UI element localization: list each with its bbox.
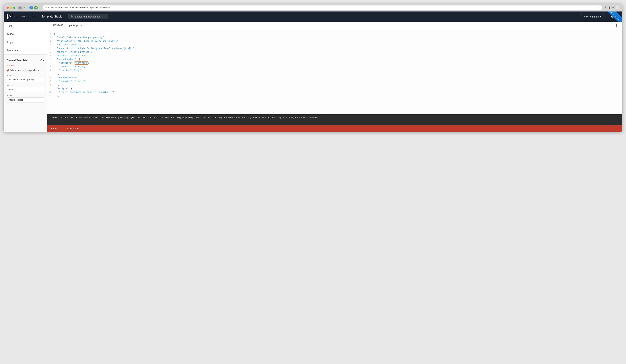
tabs-icon[interactable]: ⬜	[616, 6, 620, 9]
warning-triangle-icon: ⚠	[6, 64, 8, 67]
name-input[interactable]	[6, 77, 44, 82]
version-label: Version	[6, 84, 44, 86]
code-line-6: 6 "author": "Accord Project",	[47, 50, 622, 54]
share-icon[interactable]: ⬆	[608, 6, 611, 9]
navbar: ACCORD PROJECT Template Studio 🔍 Search …	[4, 11, 622, 22]
version-field: Version	[6, 84, 44, 92]
close-button[interactable]	[6, 6, 9, 9]
code-line-18: 18 },	[47, 94, 622, 98]
url-text: templates.accordproject.org/minilatedeli…	[45, 6, 110, 9]
current-template-title: Current Template	[6, 59, 28, 62]
sidebar-nav: Text Model Logic Metadata	[4, 22, 47, 55]
template-type-radio-group: full contract single clause	[6, 69, 44, 72]
minimize-button[interactable]	[10, 6, 12, 9]
more-options-button[interactable]: ⋮	[614, 22, 620, 29]
code-editor[interactable]: 1 { 2 "name": "minilatedeliveryandpenalt…	[47, 29, 622, 114]
code-line-13: 13 "devDependencies": {	[47, 76, 622, 80]
security-icon-2: AP	[34, 6, 38, 9]
download-icon[interactable]: ⬇	[604, 6, 606, 9]
sidebar-item-text[interactable]: Text	[4, 22, 47, 30]
current-template-section: Current Template ⚠ Errors	[4, 55, 47, 108]
maximize-button[interactable]	[13, 6, 15, 9]
code-line-2: 2 "name": "minilatedeliveryandpenalty",	[47, 36, 622, 40]
author-label: Author	[6, 94, 44, 97]
code-line-10: 10 "cicero": "^0.22.0",	[47, 65, 622, 69]
sidebar-item-logic[interactable]: Logic	[4, 38, 47, 46]
code-line-15: 15 },	[47, 83, 622, 87]
name-field: Name	[6, 74, 44, 82]
sidebar: Text Model Logic Metadata Current Templa…	[4, 22, 47, 132]
author-field: Author	[6, 94, 44, 102]
close-tab-icon[interactable]: ×	[598, 6, 600, 9]
author-input[interactable]	[6, 97, 44, 102]
search-bar[interactable]: 🔍 Search Template Library	[68, 14, 108, 19]
code-line-12: 12 },	[47, 72, 622, 76]
main-content: Text Model Logic Metadata Current Templa…	[4, 22, 622, 132]
dropdown-arrow-icon: ▾	[600, 15, 601, 18]
address-bar[interactable]: templates.accordproject.org/minilatedeli…	[43, 5, 602, 10]
sidebar-toggle-button[interactable]: ▤	[17, 6, 23, 10]
brand: ACCORD PROJECT	[7, 14, 38, 19]
forward-button[interactable]: ›	[26, 6, 27, 9]
brand-name: ACCORD PROJECT	[14, 15, 38, 18]
code-line-7: 7 "license": "Apache-2.0",	[47, 54, 622, 58]
full-contract-radio[interactable]: full contract	[6, 69, 21, 72]
code-line-14: 14 "cucumber": "^5.1.0"	[47, 80, 622, 83]
code-line-8: 8 "accordproject": {	[47, 58, 622, 61]
new-template-button[interactable]: New Template ▾	[581, 14, 604, 19]
status-errors-tab[interactable]: Errors	[47, 125, 61, 132]
tab-readme[interactable]: README	[50, 22, 66, 29]
error-badge: ⚠ Errors	[6, 64, 44, 67]
error-console: [Parse Contract] Failed to find an asset…	[47, 114, 622, 125]
search-icon: 🔍	[71, 15, 74, 18]
template-icon	[40, 58, 44, 63]
editor-area: README package.json ⋮ 1 {	[47, 22, 622, 132]
error-message: [Parse Contract] Failed to find an asset…	[50, 117, 321, 119]
code-line-5: 5 "description": "A Late Delivery And Pe…	[47, 47, 622, 50]
security-icon-1: ℹ	[29, 6, 33, 9]
back-button[interactable]: ‹	[24, 6, 25, 9]
search-placeholder: Search Template Library	[75, 15, 101, 18]
editor-tabs: README package.json ⋮	[47, 22, 622, 29]
single-clause-radio[interactable]: single clause	[23, 69, 39, 72]
tab-package-json[interactable]: package.json	[66, 22, 86, 29]
brand-logo	[7, 14, 12, 19]
sidebar-item-model[interactable]: Model	[4, 30, 47, 38]
name-label: Name	[6, 74, 44, 76]
status-contract-tab[interactable]: ⚠ Contract Text	[61, 125, 84, 132]
new-template-label: New Template	[584, 15, 599, 18]
shield-icon: 🛡	[39, 6, 41, 9]
new-tab-icon[interactable]: +	[612, 6, 614, 9]
warning-icon: ⚠	[64, 127, 66, 130]
studio-title: Template Studio	[41, 15, 63, 18]
sidebar-item-metadata[interactable]: Metadata	[4, 46, 47, 54]
code-line-11: 11 "runtime": "ergo"	[47, 69, 622, 72]
code-line-17: 17 "test": "cucumber-js test -r .cucumbe…	[47, 91, 622, 94]
code-line-4: 4 "version": "0.6.0",	[47, 43, 622, 47]
code-line-9: 9 "template": "contract",	[47, 61, 622, 65]
version-input[interactable]	[6, 87, 44, 92]
code-line-3: 3 "displayName": "Mini-Late Delivery and…	[47, 40, 622, 43]
status-bar: Errors ⚠ Contract Text	[47, 125, 622, 132]
code-line-1: 1 {	[47, 32, 622, 36]
code-line-16: 16 "scripts": {	[47, 87, 622, 91]
